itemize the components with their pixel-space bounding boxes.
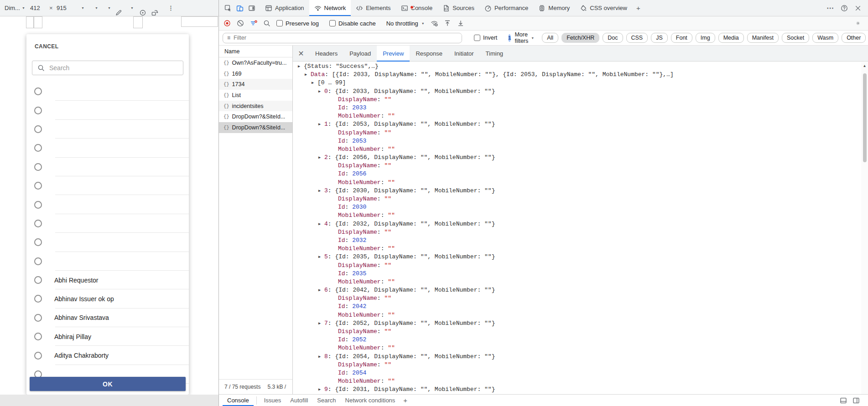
tree-node[interactable]: ▶Data: [{Id: 2033, DisplayName: "", Mobi…: [293, 71, 861, 79]
scroll-up-arrow-icon[interactable]: ▲: [861, 64, 868, 68]
expand-arrow-icon[interactable]: ▶: [318, 87, 324, 96]
radio-button[interactable]: [34, 182, 42, 190]
radio-button[interactable]: [34, 314, 42, 322]
dialog-option[interactable]: [26, 233, 189, 252]
detail-tab-initiator[interactable]: Initiator: [448, 46, 480, 62]
expand-arrow-icon[interactable]: ▶: [318, 187, 324, 195]
radio-button[interactable]: [34, 352, 42, 360]
expand-arrow-icon[interactable]: ▶: [318, 286, 324, 294]
request-table-name-header[interactable]: Name: [219, 46, 292, 57]
tree-node[interactable]: ▶8: {Id: 2054, DisplayName: "", MobileNu…: [293, 353, 861, 361]
tab-performance[interactable]: Performance: [479, 0, 533, 16]
import-har-icon[interactable]: [444, 20, 451, 27]
tab-sources[interactable]: Sources: [437, 0, 479, 16]
filter-chip-img[interactable]: Img: [696, 33, 715, 43]
request-row[interactable]: {}1734: [219, 79, 292, 90]
search-input[interactable]: [49, 64, 168, 72]
device-toolbar-toggle-icon[interactable]: [236, 5, 244, 12]
tree-node[interactable]: ▶{Status: "Success",…}: [293, 62, 861, 71]
search-network-icon[interactable]: [263, 20, 270, 27]
radio-button[interactable]: [34, 87, 42, 95]
filter-toggle-icon[interactable]: [250, 20, 257, 27]
dialog-option[interactable]: [26, 158, 189, 176]
add-tab-button[interactable]: +: [632, 4, 645, 12]
network-conditions-icon[interactable]: [431, 20, 438, 27]
filter-chip-media[interactable]: Media: [718, 33, 744, 43]
filter-chip-other[interactable]: Other: [842, 33, 866, 43]
device-width-input[interactable]: 412: [30, 0, 40, 16]
radio-button[interactable]: [34, 257, 42, 265]
chevron-down-icon[interactable]: ▼: [22, 0, 25, 16]
filter-chip-fetch-xhr[interactable]: Fetch/XHR: [561, 33, 599, 43]
filter-chip-js[interactable]: JS: [651, 33, 668, 43]
tree-node[interactable]: ▶3: {Id: 2030, DisplayName: "", MobileNu…: [293, 187, 861, 195]
dialog-option[interactable]: [26, 101, 189, 119]
expand-arrow-icon[interactable]: ▶: [318, 154, 324, 162]
help-icon[interactable]: [841, 5, 848, 12]
network-settings-gear-icon[interactable]: [856, 20, 863, 27]
expand-arrow-icon[interactable]: ▶: [318, 319, 324, 328]
chevron-down-icon[interactable]: ▼: [81, 0, 84, 16]
dialog-option[interactable]: [26, 252, 189, 271]
disable-cache-checkbox[interactable]: [329, 20, 336, 26]
preserve-log-checkbox[interactable]: [276, 20, 283, 26]
device-dimensions-dropdown[interactable]: Dim...: [5, 0, 20, 16]
radio-button[interactable]: [34, 276, 42, 284]
dock-bottom-panel-icon[interactable]: [840, 397, 847, 404]
detail-tab-payload[interactable]: Payload: [343, 46, 377, 62]
tree-node[interactable]: ▶0: {Id: 2033, DisplayName: "", MobileNu…: [293, 87, 861, 96]
radio-button[interactable]: [34, 238, 42, 246]
tree-node[interactable]: ▶2: {Id: 2056, DisplayName: "", MobileNu…: [293, 154, 861, 162]
dialog-option-abhinav-issuer-ok-op[interactable]: Abhinav Issuer ok op: [26, 289, 189, 308]
expand-arrow-icon[interactable]: ▶: [318, 353, 324, 361]
chevron-down-icon[interactable]: ▼: [130, 0, 134, 16]
drawer-tab-network-conditions[interactable]: Network conditions: [341, 395, 400, 406]
expand-arrow-icon[interactable]: ▶: [298, 62, 304, 71]
more-options-icon[interactable]: ⋯: [826, 4, 834, 12]
record-network-log-icon[interactable]: [223, 20, 231, 27]
radio-button[interactable]: [34, 107, 42, 114]
request-row[interactable]: {}169: [219, 68, 292, 79]
dialog-option[interactable]: [26, 214, 189, 233]
detail-tab-response[interactable]: Response: [410, 46, 448, 62]
tree-node[interactable]: ▶4: {Id: 2032, DisplayName: "", MobileNu…: [293, 220, 861, 228]
filter-chip-wasm[interactable]: Wasm: [812, 33, 838, 43]
tree-node[interactable]: ▶9: {Id: 2031, DisplayName: "", MobileNu…: [293, 385, 861, 394]
filter-chip-doc[interactable]: Doc: [603, 33, 623, 43]
drawer-tab-console[interactable]: Console: [223, 395, 254, 406]
expand-arrow-icon[interactable]: ▶: [318, 220, 324, 228]
radio-button[interactable]: [34, 220, 42, 227]
dialog-option[interactable]: [26, 120, 189, 139]
dock-side-icon[interactable]: [248, 5, 255, 12]
radio-button[interactable]: [34, 295, 42, 303]
dialog-option-abhiraj-pillay[interactable]: Abhiraj Pillay: [26, 327, 189, 346]
tree-node[interactable]: ▶6: {Id: 2042, DisplayName: "", MobileNu…: [293, 286, 861, 294]
filter-chip-all[interactable]: All: [542, 33, 558, 43]
tab-application[interactable]: Application: [260, 0, 309, 16]
tree-node[interactable]: ▶[0 … 99]: [293, 79, 861, 87]
dialog-option-aditya-chakraborty[interactable]: Aditya Chakraborty: [26, 346, 189, 365]
panel-layout-icon[interactable]: [852, 397, 860, 404]
request-row[interactable]: {}List: [219, 90, 292, 101]
close-details-icon[interactable]: ✕: [293, 46, 309, 62]
dialog-option[interactable]: [26, 195, 189, 214]
radio-button[interactable]: [34, 333, 42, 340]
dialog-option[interactable]: [26, 139, 189, 157]
dialog-option[interactable]: [26, 176, 189, 195]
expand-arrow-icon[interactable]: ▶: [312, 79, 317, 87]
preview-scrollbar[interactable]: ▲: [861, 62, 868, 394]
detail-tab-headers[interactable]: Headers: [309, 46, 343, 62]
radio-button[interactable]: [34, 163, 42, 171]
dialog-option-abhi-requestor[interactable]: Abhi Requestor: [26, 271, 189, 289]
tree-node[interactable]: ▶5: {Id: 2035, DisplayName: "", MobileNu…: [293, 253, 861, 261]
radio-button[interactable]: [34, 201, 42, 209]
request-row[interactable]: {}incidentsites: [219, 101, 292, 112]
dialog-option-abhinav-srivastava[interactable]: Abhinav Srivastava: [26, 308, 189, 327]
invert-filter-checkbox[interactable]: [474, 35, 480, 41]
filter-chip-socket[interactable]: Socket: [782, 33, 809, 43]
dialog-option[interactable]: [26, 82, 189, 101]
clear-network-log-icon[interactable]: [237, 20, 244, 27]
stylus-icon[interactable]: [115, 5, 122, 21]
ok-button[interactable]: OK: [30, 377, 186, 391]
device-height-input[interactable]: 915: [57, 0, 67, 16]
